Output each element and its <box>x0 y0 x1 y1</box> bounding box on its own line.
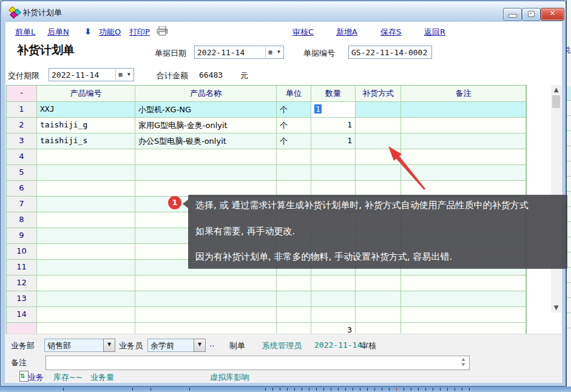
cell-code[interactable] <box>37 244 135 259</box>
cell-unit[interactable]: 个 <box>277 102 311 117</box>
cell-name[interactable] <box>135 149 277 164</box>
printer-icon[interactable] <box>157 26 168 36</box>
cell-rn[interactable]: 14 <box>7 307 37 322</box>
footer-link-2[interactable]: 业务量 <box>90 372 114 383</box>
scroll-up-icon[interactable]: ▲ <box>551 85 561 95</box>
dept-select[interactable]: 销售部 <box>44 339 104 352</box>
close-button[interactable]: ✕ <box>541 8 564 21</box>
cell-unit[interactable] <box>277 165 311 180</box>
chevron-down-icon[interactable]: ▼ <box>275 47 283 58</box>
doc-no-input[interactable]: GS-22-11-14-0002 <box>348 46 432 59</box>
delivery-date-input[interactable]: 2022-11-14 ▦ ▼ <box>49 68 134 81</box>
cell-method[interactable] <box>356 165 401 180</box>
cell-unit[interactable] <box>277 291 311 306</box>
footer-link-1[interactable]: 库存~~ <box>53 372 83 383</box>
cell-code[interactable] <box>37 149 135 164</box>
cell-num[interactable]: 1 <box>311 102 356 117</box>
grid-header-0[interactable]: - <box>7 86 37 101</box>
cell-remark[interactable] <box>401 118 526 133</box>
cell-method[interactable] <box>356 307 401 322</box>
cell-unit[interactable] <box>277 149 311 164</box>
clerk-dropdown-icon[interactable]: ▼ <box>194 339 206 352</box>
cell-method[interactable] <box>356 291 401 306</box>
cell-name[interactable] <box>135 291 277 306</box>
toolbar-left-2[interactable]: 功能O <box>99 27 121 38</box>
cell-method[interactable] <box>356 181 401 196</box>
cell-num[interactable] <box>311 291 356 306</box>
cell-num[interactable] <box>311 149 356 164</box>
cell-rn[interactable]: 3 <box>7 133 37 149</box>
cell-remark[interactable] <box>401 181 526 196</box>
cell-rn[interactable]: 11 <box>7 260 37 275</box>
maximize-button[interactable] <box>522 8 541 21</box>
cell-rn[interactable]: 1 <box>7 102 37 117</box>
cell-name[interactable] <box>135 165 277 180</box>
cell-rn[interactable]: 10 <box>7 244 37 259</box>
remark-input[interactable]: ▲▼ <box>46 356 470 370</box>
cell-code[interactable] <box>37 165 135 180</box>
cell-rn[interactable]: 5 <box>7 165 37 180</box>
cell-method[interactable] <box>356 275 401 291</box>
spinner-icon[interactable]: ▲▼ <box>459 357 468 368</box>
cell-code[interactable] <box>37 291 135 306</box>
cell-code[interactable] <box>37 307 135 322</box>
cell-rn[interactable]: 4 <box>7 149 37 164</box>
cell-rn[interactable]: 13 <box>7 291 37 306</box>
cell-unit[interactable] <box>277 275 311 291</box>
toolbar-left-1[interactable]: 后单N <box>47 27 69 38</box>
clerk-more-button[interactable]: .. <box>209 339 214 348</box>
cell-num[interactable] <box>311 275 356 291</box>
toolbar-right-2[interactable]: 保存S <box>380 27 401 38</box>
toolbar-left-3[interactable]: 打印P <box>129 27 150 38</box>
cell-remark[interactable] <box>401 102 526 117</box>
cell-num[interactable] <box>311 181 356 196</box>
cell-num[interactable]: 1 <box>311 118 356 133</box>
cell-rn[interactable]: 12 <box>7 275 37 291</box>
cell-code[interactable] <box>37 212 135 228</box>
grid-header-5[interactable]: 补货方式 <box>356 86 401 101</box>
cell-code[interactable]: taishiji_g <box>37 118 135 133</box>
cell-code[interactable] <box>37 181 135 196</box>
cell-name[interactable]: 家用G型电脑-金奥-onlyit <box>135 118 277 133</box>
cell-code[interactable] <box>37 228 135 243</box>
cell-code[interactable]: XXJ <box>37 102 135 117</box>
grid-header-1[interactable]: 产品编号 <box>37 86 135 101</box>
chevron-down-icon[interactable]: ▼ <box>125 69 133 80</box>
scrollbar-thumb[interactable] <box>552 95 560 108</box>
cell-code[interactable] <box>37 197 135 212</box>
footer-link-0[interactable]: 业务 <box>28 372 44 383</box>
cell-code[interactable] <box>37 275 135 291</box>
cell-rn[interactable]: 2 <box>7 118 37 133</box>
cell-code[interactable]: taishiji_s <box>37 133 135 149</box>
cell-remark[interactable] <box>401 307 526 322</box>
cell-method[interactable] <box>356 149 401 164</box>
cell-remark[interactable] <box>401 275 526 291</box>
doc-date-input[interactable]: 2022-11-14 ▦ ▼ <box>194 46 284 59</box>
toolbar-right-0[interactable]: 审核C <box>292 27 314 38</box>
cell-method[interactable] <box>356 133 401 149</box>
toolbar-right-3[interactable]: 返回R <box>424 27 445 38</box>
cell-remark[interactable] <box>401 133 526 149</box>
grid-header-4[interactable]: 数量 <box>311 86 356 101</box>
grid-header-3[interactable]: 单位 <box>277 86 311 101</box>
cell-name[interactable]: 小型机-XG-NG <box>135 102 277 117</box>
cell-code[interactable] <box>37 260 135 275</box>
grid-header-2[interactable]: 产品名称 <box>135 86 277 101</box>
cell-rn[interactable]: 9 <box>7 228 37 243</box>
cell-name[interactable] <box>135 181 277 196</box>
cell-unit[interactable]: 个 <box>277 118 311 133</box>
toolbar-left-0[interactable]: 前单L <box>15 27 35 38</box>
calendar-icon[interactable]: ▦ <box>115 69 125 80</box>
cell-unit[interactable] <box>277 307 311 322</box>
calendar-icon[interactable]: ▦ <box>265 47 275 58</box>
cell-rn[interactable]: 6 <box>7 181 37 196</box>
scroll-down-icon[interactable]: ▼ <box>551 303 561 313</box>
toolbar-right-1[interactable]: 新增A <box>336 27 357 38</box>
grid-header-6[interactable]: 备注 <box>401 86 526 101</box>
cell-remark[interactable] <box>401 165 526 180</box>
dept-dropdown-icon[interactable]: ▼ <box>103 339 115 352</box>
cell-method[interactable] <box>356 102 401 117</box>
clerk-select[interactable]: 余学前 <box>147 339 194 352</box>
minimize-button[interactable] <box>503 8 522 21</box>
footer-link-3[interactable]: 虚拟库影响 <box>210 372 249 383</box>
